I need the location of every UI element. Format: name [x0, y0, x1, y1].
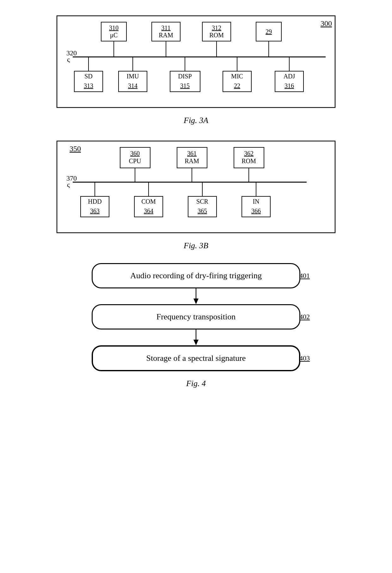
box-314-num: 314 — [128, 82, 138, 89]
fig3b-section: 350 370 ς 360 CPU 361 RAM 362 ROM — [19, 138, 373, 250]
box-366-num: 366 — [251, 207, 261, 214]
box-363-label: HDD — [88, 198, 101, 205]
flow-label-402: 402 — [299, 313, 310, 321]
flow-label-403: 403 — [299, 354, 310, 362]
flow-arrow-2 — [190, 330, 202, 345]
flow-label-401: 401 — [299, 272, 310, 280]
flow-box-401: Audio recording of dry-firing triggering — [92, 263, 300, 288]
fig4-section: Audio recording of dry-firing triggering… — [19, 263, 373, 388]
box-310-num: 310 — [109, 24, 119, 31]
box-362-label: ROM — [242, 157, 256, 164]
fig3b-diagram: 350 370 ς 360 CPU 361 RAM 362 ROM — [54, 138, 338, 236]
box-360-label: CPU — [129, 157, 141, 164]
box-366-label: IN — [253, 198, 259, 205]
box-22-label: MIC — [231, 73, 243, 80]
box-313-label: SD — [84, 73, 93, 80]
box-312-num: 312 — [212, 24, 221, 31]
svg-rect-0 — [57, 16, 335, 108]
fig3a-caption: Fig. 3A — [184, 116, 208, 125]
box-364-num: 364 — [144, 207, 153, 214]
box-310-label: μC — [110, 32, 118, 39]
flow-step-403: Storage of a spectral signature 403 — [73, 345, 319, 371]
box-360-num: 360 — [130, 150, 140, 157]
flow-text-403: Storage of a spectral signature — [146, 354, 246, 363]
flow-text-402: Frequency transposition — [156, 312, 236, 321]
flow-box-403: Storage of a spectral signature — [92, 345, 300, 371]
box-316-num: 316 — [285, 82, 294, 89]
box-361-label: RAM — [185, 157, 199, 164]
svg-marker-39 — [193, 340, 199, 345]
box-365-label: SCR — [196, 198, 208, 205]
fig3b-caption: Fig. 3B — [184, 241, 208, 250]
box-364-label: COM — [141, 198, 156, 205]
box-315-num: 315 — [180, 82, 190, 89]
fig3a-diagram: 300 320 ς 310 μC 311 RAM 312 ROM 29 — [54, 13, 338, 111]
box-316-label: ADJ — [284, 73, 295, 80]
fig3a-section: 300 320 ς 310 μC 311 RAM 312 ROM 29 — [19, 13, 373, 125]
box-361-num: 361 — [187, 150, 197, 157]
squiggle-370: ς — [67, 181, 70, 188]
flow-box-402: Frequency transposition — [92, 304, 300, 330]
box-22-num: 22 — [234, 82, 240, 89]
box-314-label: IMU — [127, 73, 139, 80]
svg-marker-37 — [193, 299, 199, 304]
box-311-num: 311 — [161, 24, 170, 31]
label-300: 300 — [321, 19, 332, 28]
flow-text-401: Audio recording of dry-firing triggering — [130, 271, 262, 280]
box-315-label: DISP — [178, 73, 192, 80]
flow-step-401: Audio recording of dry-firing triggering… — [73, 263, 319, 288]
box-312-label: ROM — [209, 32, 224, 39]
squiggle-320: ς — [67, 55, 70, 63]
flow-step-402: Frequency transposition 402 — [73, 304, 319, 330]
box-365-num: 365 — [198, 207, 207, 214]
flowchart: Audio recording of dry-firing triggering… — [73, 263, 319, 371]
box-362-num: 362 — [244, 150, 254, 157]
fig4-caption: Fig. 4 — [186, 379, 206, 388]
flow-arrow-1 — [190, 288, 202, 304]
box-29-num: 29 — [266, 28, 272, 35]
box-313-num: 313 — [84, 82, 93, 89]
box-311-label: RAM — [159, 32, 173, 39]
label-350: 350 — [70, 145, 81, 153]
box-363-num: 363 — [90, 207, 100, 214]
